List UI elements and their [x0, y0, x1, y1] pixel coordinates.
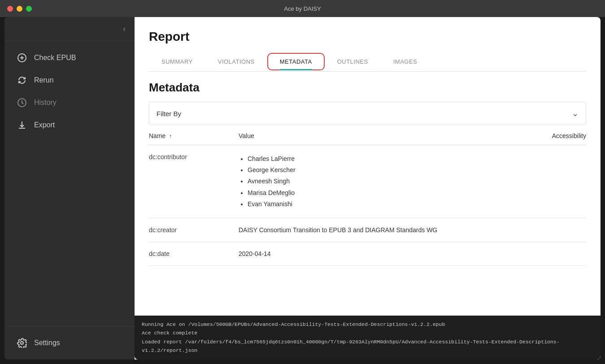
app-title: Ace by DAISY: [284, 5, 321, 12]
metadata-accessibility-date: [519, 242, 586, 265]
collapse-sidebar-button[interactable]: ‹: [123, 24, 126, 34]
list-item: Evan Yamanishi: [248, 199, 519, 210]
table-header: Name ↑ Value Accessibility: [149, 125, 586, 145]
sort-asc-icon: ↑: [169, 133, 172, 139]
tab-outlines[interactable]: OUTLINES: [325, 53, 381, 72]
contributors-list: Charles LaPierre George Kerscher Avneesh…: [239, 153, 519, 210]
sidebar-item-label-settings: Settings: [34, 339, 60, 347]
metadata-value-creator: DAISY Consortium Transition to EPUB 3 an…: [239, 218, 519, 242]
sidebar-item-settings[interactable]: Settings: [4, 332, 135, 354]
window-controls: [7, 6, 32, 12]
titlebar: Ace by DAISY: [0, 0, 605, 17]
tab-bar: SUMMARY VIOLATIONS METADATA OUTLINES IMA…: [149, 53, 586, 72]
sidebar-item-check-epub[interactable]: Check EPUB: [4, 47, 135, 69]
report-header: Report SUMMARY VIOLATIONS METADATA OUTLI…: [135, 17, 601, 72]
section-title: Metadata: [149, 72, 586, 102]
tab-summary[interactable]: SUMMARY: [149, 53, 205, 72]
sidebar-nav: Check EPUB Rerun: [4, 41, 135, 326]
clock-icon: [17, 98, 27, 108]
sidebar-item-label-export: Export: [34, 121, 55, 129]
column-header-accessibility: Accessibility: [519, 125, 586, 145]
sidebar: ‹ Check EPUB: [4, 17, 135, 360]
metadata-accessibility-contributor: [519, 145, 586, 218]
table-row: dc:creator DAISY Consortium Transition t…: [149, 218, 586, 242]
console-line-1: Running Ace on /Volumes/500GB/EPUBs/Adva…: [142, 320, 593, 329]
console-line-2: Ace check complete: [142, 329, 593, 338]
tab-images[interactable]: IMAGES: [381, 53, 430, 72]
column-header-name: Name ↑: [149, 125, 239, 145]
chevron-down-icon: ⌄: [572, 108, 579, 118]
list-item: George Kerscher: [248, 165, 519, 176]
sidebar-footer: Settings: [4, 326, 135, 360]
console-line-3: Loaded report /var/folders/f4/bs_lcm7565…: [142, 338, 593, 355]
gear-icon: [17, 338, 27, 348]
sidebar-header: ‹: [4, 17, 135, 41]
report-title: Report: [149, 30, 586, 44]
metadata-value-contributor: Charles LaPierre George Kerscher Avneesh…: [239, 145, 519, 218]
column-header-value: Value: [239, 125, 519, 145]
list-item: Charles LaPierre: [248, 153, 519, 165]
tab-violations[interactable]: VIOLATIONS: [205, 53, 267, 72]
sidebar-item-history[interactable]: History: [4, 91, 135, 114]
minimize-button[interactable]: [17, 6, 22, 12]
metadata-value-date: 2020-04-14: [239, 242, 519, 265]
filter-label: Filter By: [157, 110, 181, 117]
sidebar-item-label-history: History: [34, 99, 57, 107]
app-body: ‹ Check EPUB: [4, 17, 601, 360]
metadata-name-creator: dc:creator: [149, 218, 239, 242]
console: Running Ace on /Volumes/500GB/EPUBs/Adva…: [135, 316, 601, 360]
refresh-icon: [17, 75, 27, 85]
filter-by-dropdown[interactable]: Filter By ⌄: [149, 102, 586, 125]
close-button[interactable]: [7, 6, 13, 12]
table-body: dc:contributor Charles LaPierre George K…: [149, 145, 586, 266]
table-row: dc:contributor Charles LaPierre George K…: [149, 145, 586, 218]
main-content[interactable]: Metadata Filter By ⌄ Name ↑ Value: [135, 72, 601, 316]
sidebar-item-label-check-epub: Check EPUB: [34, 54, 76, 62]
table-row: dc:date 2020-04-14: [149, 242, 586, 265]
plus-circle-icon: [17, 53, 27, 63]
list-item: Marisa DeMeglio: [248, 187, 519, 199]
download-icon: [17, 120, 27, 130]
maximize-button[interactable]: [26, 6, 32, 12]
sidebar-item-label-rerun: Rerun: [34, 76, 54, 84]
right-panel: Report SUMMARY VIOLATIONS METADATA OUTLI…: [135, 17, 601, 360]
metadata-name-date: dc:date: [149, 242, 239, 265]
metadata-table: Name ↑ Value Accessibility dc:contributo…: [149, 125, 586, 266]
sidebar-item-export[interactable]: Export: [4, 114, 135, 136]
sidebar-item-rerun[interactable]: Rerun: [4, 69, 135, 91]
table-header-row: Name ↑ Value Accessibility: [149, 125, 586, 145]
list-item: Avneesh Singh: [248, 176, 519, 187]
svg-point-4: [21, 342, 23, 344]
metadata-accessibility-creator: [519, 218, 586, 242]
content-area: Report SUMMARY VIOLATIONS METADATA OUTLI…: [135, 17, 601, 316]
tab-metadata[interactable]: METADATA: [267, 53, 325, 70]
metadata-name-contributor: dc:contributor: [149, 145, 239, 218]
